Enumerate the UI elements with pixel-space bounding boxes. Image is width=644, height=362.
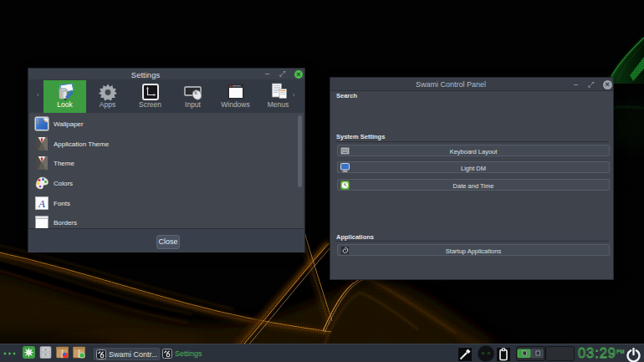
svg-text:A: A (38, 196, 45, 209)
